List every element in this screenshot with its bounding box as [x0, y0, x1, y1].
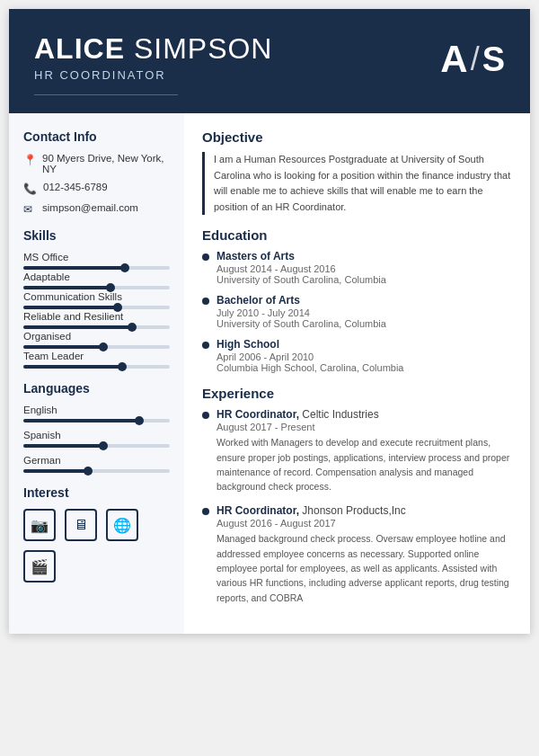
skill-name: Communication Skills — [23, 291, 170, 302]
email-icon: ✉ — [23, 203, 36, 216]
exp-title: HR Coordinator, — [216, 408, 299, 421]
languages-section-title: Languages — [23, 381, 170, 396]
objective-section-title: Objective — [202, 129, 512, 145]
exp-date: August 2017 - Present — [216, 422, 512, 432]
languages-list: English Spanish German — [23, 405, 170, 473]
skill-bar-fill — [23, 286, 111, 289]
email-text: simpson@email.com — [42, 202, 138, 213]
experience-item: HR Coordinator, Celtic Industries August… — [202, 408, 512, 494]
education-item: Masters of Arts August 2014 - August 201… — [202, 250, 512, 285]
resume-container: ALICE SIMPSON HR COORDINATOR A / S Conta… — [9, 9, 530, 634]
exp-title-line: HR Coordinator, Celtic Industries — [216, 408, 512, 421]
skill-bar-bg — [23, 306, 170, 309]
bullet — [202, 253, 209, 261]
contact-section-title: Contact Info — [23, 129, 170, 144]
edu-school: University of South Carolina, Columbia — [216, 274, 386, 285]
body: Contact Info 📍 90 Myers Drive, New York,… — [9, 113, 530, 634]
language-item: German — [23, 455, 170, 473]
contact-phone: 📞 012-345-6789 — [23, 182, 170, 195]
skill-name: Team Leader — [23, 351, 170, 361]
skill-name: MS Office — [23, 252, 170, 262]
language-name: German — [23, 455, 170, 466]
experience-list: HR Coordinator, Celtic Industries August… — [202, 408, 512, 604]
contact-email: ✉ simpson@email.com — [23, 202, 170, 216]
bullet — [202, 298, 209, 305]
skill-bar-bg — [23, 365, 170, 369]
exp-content: HR Coordinator, Celtic Industries August… — [216, 408, 512, 494]
skill-name: Organised — [23, 331, 170, 342]
experience-section-title: Experience — [202, 386, 512, 401]
language-item: Spanish — [23, 430, 170, 448]
monogram-slash: / — [471, 40, 480, 78]
lang-bar-bg — [23, 419, 170, 422]
lang-bar-fill — [23, 444, 104, 448]
header-divider — [34, 94, 178, 95]
skill-bar-bg — [23, 325, 170, 329]
bullet — [202, 508, 209, 515]
skill-name: Reliable and Resilient — [23, 311, 170, 322]
exp-desc: Managed background check process. Oversa… — [216, 531, 512, 604]
interest-icons: 📷🖥🌐🎬 — [23, 509, 170, 583]
contact-address: 📍 90 Myers Drive, New York, NY — [23, 153, 170, 174]
lang-bar-fill — [23, 469, 89, 473]
edu-degree: Masters of Arts — [216, 250, 386, 262]
left-column: Contact Info 📍 90 Myers Drive, New York,… — [9, 113, 184, 634]
first-name: ALICE — [34, 32, 125, 65]
edu-date: August 2014 - August 2016 — [216, 263, 386, 274]
exp-company: Celtic Industries — [302, 408, 378, 421]
edu-content: Masters of Arts August 2014 - August 201… — [216, 250, 386, 285]
interest-icon-0: 📷 — [23, 509, 56, 541]
right-column: Objective I am a Human Resources Postgra… — [184, 113, 530, 634]
edu-school: Columbia High School, Carolina, Columbia — [216, 362, 404, 373]
edu-content: High School April 2006 - April 2010 Colu… — [216, 338, 404, 373]
skill-bar-bg — [23, 345, 170, 349]
header-left: ALICE SIMPSON HR COORDINATOR — [34, 34, 272, 95]
header: ALICE SIMPSON HR COORDINATOR A / S — [9, 9, 530, 113]
lang-bar-bg — [23, 444, 170, 448]
skill-item: MS Office — [23, 252, 170, 270]
address-text: 90 Myers Drive, New York, NY — [42, 153, 170, 174]
skill-bar-fill — [23, 345, 104, 349]
phone-text: 012-345-6789 — [43, 182, 108, 192]
edu-date: July 2010 - July 2014 — [216, 307, 386, 318]
job-title: HR COORDINATOR — [34, 68, 272, 82]
edu-date: April 2006 - April 2010 — [216, 351, 404, 362]
exp-title: HR Coordinator, — [216, 504, 299, 517]
full-name: ALICE SIMPSON — [34, 34, 272, 63]
skill-bar-fill — [23, 306, 119, 309]
edu-degree: Bachelor of Arts — [216, 294, 386, 307]
skill-item: Organised — [23, 331, 170, 349]
language-name: English — [23, 405, 170, 415]
experience-item: HR Coordinator, Jhonson Products,Inc Aug… — [202, 504, 512, 604]
skill-bar-bg — [23, 286, 170, 289]
monogram-a: A — [440, 38, 467, 81]
last-name: SIMPSON — [134, 32, 273, 65]
interest-icon-3: 🎬 — [23, 550, 56, 583]
interest-icon-2: 🌐 — [106, 509, 138, 541]
skill-item: Communication Skills — [23, 291, 170, 309]
monogram-s: S — [482, 40, 505, 79]
exp-company: Jhonson Products,Inc — [302, 504, 405, 517]
education-item: High School April 2006 - April 2010 Colu… — [202, 338, 512, 373]
language-name: Spanish — [23, 430, 170, 440]
exp-date: August 2016 - August 2017 — [216, 518, 512, 529]
skill-bar-fill — [23, 325, 133, 329]
skills-section-title: Skills — [23, 228, 170, 243]
skill-item: Reliable and Resilient — [23, 311, 170, 329]
skill-item: Team Leader — [23, 351, 170, 369]
lang-bar-bg — [23, 469, 170, 473]
bullet — [202, 342, 209, 349]
skill-name: Adaptable — [23, 271, 170, 282]
location-icon: 📍 — [23, 154, 36, 166]
edu-content: Bachelor of Arts July 2010 - July 2014 U… — [216, 294, 386, 329]
skill-item: Adaptable — [23, 271, 170, 289]
skills-list: MS Office Adaptable Communication Skills… — [23, 252, 170, 369]
education-item: Bachelor of Arts July 2010 - July 2014 U… — [202, 294, 512, 329]
exp-title-line: HR Coordinator, Jhonson Products,Inc — [216, 504, 512, 517]
edu-degree: High School — [216, 338, 404, 351]
edu-school: University of South Carolina, Columbia — [216, 318, 386, 329]
exp-content: HR Coordinator, Jhonson Products,Inc Aug… — [216, 504, 512, 604]
education-list: Masters of Arts August 2014 - August 201… — [202, 250, 512, 373]
skill-bar-bg — [23, 266, 170, 270]
skill-bar-fill — [23, 266, 126, 270]
